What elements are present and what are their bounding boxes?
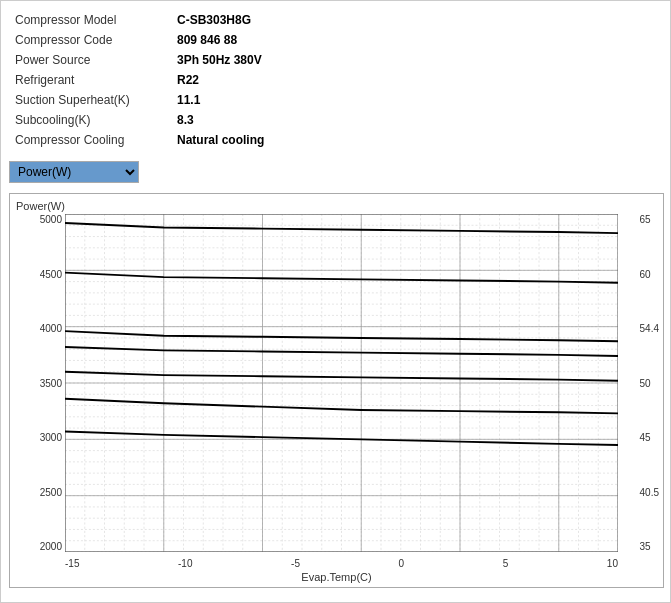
y-tick-label: 4000: [14, 323, 62, 334]
chart-svg: [65, 214, 618, 552]
info-label: Subcooling(K): [11, 111, 171, 129]
info-label: Power Source: [11, 51, 171, 69]
x-tick-label: -15: [65, 558, 79, 569]
dropdown-container: Power(W)Current(A)COPCapacity(W): [9, 161, 662, 183]
chart-area: [65, 214, 618, 552]
right-axis-labels: 656054.4504540.535: [640, 214, 659, 552]
y-tick-label: 5000: [14, 214, 62, 225]
right-tick-label: 65: [640, 214, 659, 225]
info-label: Compressor Model: [11, 11, 171, 29]
y-tick-label: 2000: [14, 541, 62, 552]
x-tick-label: 0: [399, 558, 405, 569]
info-value: R22: [173, 71, 660, 89]
chart-container: Power(W) 5000450040003500300025002000 65…: [9, 193, 664, 588]
info-label: Suction Superheat(K): [11, 91, 171, 109]
info-label: Compressor Code: [11, 31, 171, 49]
y-axis-label: Power(W): [16, 200, 65, 212]
info-label: Compressor Cooling: [11, 131, 171, 149]
info-value: 3Ph 50Hz 380V: [173, 51, 660, 69]
right-tick-label: 50: [640, 378, 659, 389]
main-container: Compressor ModelC-SB303H8GCompressor Cod…: [0, 0, 671, 603]
info-value: C-SB303H8G: [173, 11, 660, 29]
x-axis-label: Evap.Temp(C): [301, 571, 371, 583]
right-tick-label: 40.5: [640, 487, 659, 498]
x-tick-label: -5: [291, 558, 300, 569]
x-axis-labels: -15-10-50510: [65, 558, 618, 569]
y-tick-label: 2500: [14, 487, 62, 498]
y-tick-label: 3500: [14, 378, 62, 389]
y-axis-labels: 5000450040003500300025002000: [14, 214, 62, 552]
info-label: Refrigerant: [11, 71, 171, 89]
info-table: Compressor ModelC-SB303H8GCompressor Cod…: [9, 9, 662, 151]
right-tick-label: 45: [640, 432, 659, 443]
info-value: 809 846 88: [173, 31, 660, 49]
x-tick-label: 5: [503, 558, 509, 569]
right-tick-label: 54.4: [640, 323, 659, 334]
x-tick-label: -10: [178, 558, 192, 569]
info-value: 8.3: [173, 111, 660, 129]
right-tick-label: 35: [640, 541, 659, 552]
right-tick-label: 60: [640, 269, 659, 280]
y-tick-label: 4500: [14, 269, 62, 280]
y-tick-label: 3000: [14, 432, 62, 443]
x-tick-label: 10: [607, 558, 618, 569]
info-value: Natural cooling: [173, 131, 660, 149]
metric-dropdown[interactable]: Power(W)Current(A)COPCapacity(W): [9, 161, 139, 183]
info-value: 11.1: [173, 91, 660, 109]
